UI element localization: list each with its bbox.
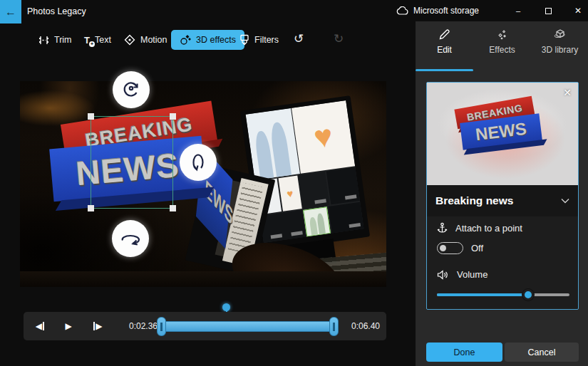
toolbar-motion-button[interactable]: Motion [121,30,170,50]
previous-frame-icon: ◀ [36,321,42,331]
cube-icon [554,28,567,41]
attach-to-point-label: Attach to a point [455,223,522,234]
toolbar-3d-effects-label: 3D effects [196,35,236,45]
trim-start-handle[interactable] [157,317,166,336]
toolbar-trim-button[interactable]: Trim [36,30,75,50]
active-tab-indicator [416,69,473,71]
attach-toggle[interactable] [437,242,463,254]
pencil-icon [438,28,450,41]
close-icon: ✕ [574,6,582,16]
tab-effects[interactable]: Effects [473,28,531,71]
resize-handle-bottom-right[interactable] [170,205,176,211]
anchor-icon [437,222,448,234]
playback-bar: ◀ ▶ ▶ 0:02.36 0:06.40 [24,312,386,340]
next-frame-icon: ▶ [96,321,102,331]
total-time: 0:06.40 [346,312,386,340]
speaker-icon [437,270,449,280]
volume-thumb[interactable] [522,289,534,300]
rotate-x-handle[interactable] [112,220,149,257]
edit-panel: Edit Effects 3D library BREAKING [416,21,588,366]
play-button[interactable]: ▶ [58,312,79,340]
trim-icon [38,35,49,46]
play-icon: ▶ [65,321,71,331]
tab-edit[interactable]: Edit [416,28,473,71]
minimize-button[interactable]: – [506,0,530,21]
toolbar-motion-label: Motion [140,35,167,45]
breaking-news-effect-card: BREAKING NEWS ✕ Breaking news [426,82,579,310]
resize-handle-top-right[interactable] [170,113,176,120]
effect-thumbnail: BREAKING NEWS ✕ [427,83,578,185]
toolbar-filters-label: Filters [254,35,279,45]
attach-to-point-row: Attach to a point [437,222,522,234]
maximize-icon [545,8,552,14]
tab-3d-library[interactable]: 3D library [531,28,588,71]
chevron-down-icon [561,198,569,204]
effect-title: Breaking news [435,194,561,207]
undo-button[interactable]: ↺ [294,31,304,46]
effect-selection-box[interactable] [91,116,173,209]
resize-handle-bottom-left[interactable] [88,205,94,211]
rotate-z-handle[interactable] [113,71,150,108]
desk [20,271,386,287]
done-button[interactable]: Done [426,343,502,362]
rotate-x-icon [119,228,142,249]
storage-status: Microsoft storage [396,6,479,16]
volume-row: Volume [437,269,488,280]
rotate-y-icon [187,152,209,173]
app-title: Photos Legacy [27,6,86,16]
minimize-icon: – [516,6,520,15]
tab-edit-label: Edit [437,45,452,55]
undo-icon: ↺ [294,32,304,46]
close-button[interactable]: ✕ [566,0,588,21]
attach-toggle-state: Off [471,243,483,253]
back-button[interactable]: ← [0,0,21,23]
toolbar-filters-button[interactable]: Filters [237,30,282,50]
redo-button[interactable]: ↻ [334,31,344,46]
cloud-icon [396,6,408,15]
sparkles-icon [496,28,508,41]
attach-toggle-row: Off [437,242,483,254]
resize-handle-top-left[interactable] [88,113,94,120]
photos-legacy-window: ← Photos Legacy Microsoft storage – ✕ Tr… [0,0,588,366]
tab-3d-library-label: 3D library [542,45,578,55]
maximize-button[interactable] [536,0,560,21]
volume-fill [437,293,528,296]
cancel-button[interactable]: Cancel [505,343,579,362]
previous-frame-button[interactable]: ◀ [29,312,51,340]
toolbar-trim-label: Trim [54,35,72,45]
text-icon: T+ [84,35,90,46]
storage-label: Microsoft storage [413,6,479,16]
3d-effects-icon [180,34,191,46]
volume-slider[interactable] [437,289,569,300]
trim-track[interactable] [158,321,337,332]
remove-effect-icon[interactable]: ✕ [563,87,572,98]
tab-effects-label: Effects [489,45,515,55]
effect-card-header[interactable]: Breaking news [427,185,578,216]
trim-end-handle[interactable] [329,317,339,336]
volume-label: Volume [457,269,488,280]
toolbar-text-label: Text [95,35,111,45]
next-frame-button[interactable]: ▶ [87,312,108,340]
toolbar-text-button[interactable]: T+ Text [81,30,114,50]
filters-icon [239,34,249,46]
redo-icon: ↻ [334,32,344,46]
rotate-z-icon [120,79,142,100]
back-arrow-icon: ← [5,6,16,19]
toolbar-3d-effects-button[interactable]: 3D effects [171,30,244,50]
rotate-y-handle[interactable] [180,144,217,181]
heart-graphic: ♥ [312,120,335,154]
motion-icon [124,34,135,46]
